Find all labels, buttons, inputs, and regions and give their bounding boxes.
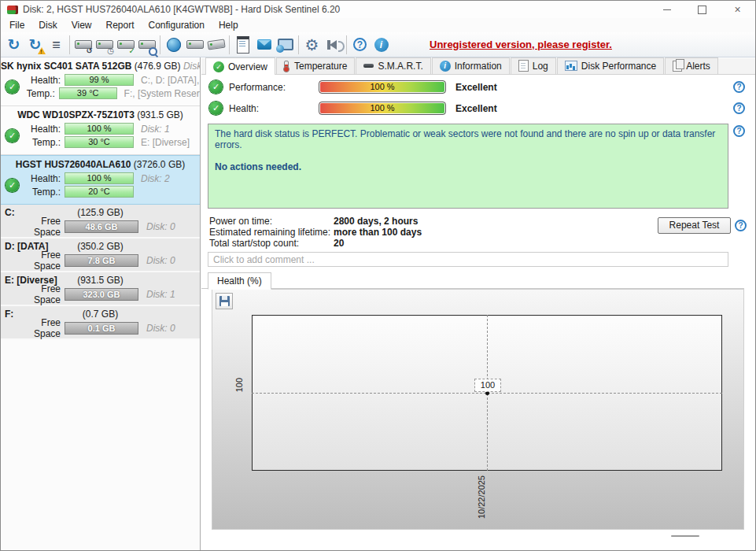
disk-number: Disk: 2 [141, 173, 170, 184]
log-icon [518, 60, 529, 72]
disk-sidebar: SK hynix SC401 SATA 512GB (476.9 GB) Dis… [1, 57, 201, 550]
disk-name: HGST HUS726040ALA610 [16, 159, 131, 170]
disk-number: Disk: 1 [146, 289, 175, 300]
temp-bar: 30 °C [65, 136, 134, 148]
remaining-lifetime-label: Estimated remaining lifetime: [209, 227, 330, 238]
magnifier-icon [149, 47, 157, 56]
health-bar: 100 % [65, 172, 134, 184]
title-bar: Disk: 2, HGST HUS726040ALA610 [K4GWTW8B]… [1, 1, 755, 18]
undo-icon: ↺ [87, 47, 93, 55]
health-label: Health: [229, 103, 301, 114]
tab-smart[interactable]: S.M.A.R.T. [356, 57, 430, 74]
disk-test-button[interactable] [136, 34, 157, 55]
save-chart-button[interactable] [216, 293, 233, 309]
help-icon: ? [733, 102, 745, 114]
disk-number: Disk: 0 [146, 255, 175, 266]
thermometer-icon [284, 61, 289, 71]
disk-number: Disk: 0 [183, 61, 200, 72]
network-icon [278, 39, 293, 50]
tab-log[interactable]: Log [511, 57, 556, 74]
partition-entry-d[interactable]: D: [DATA](350.2 GB) Free Space 7.8 GB Di… [1, 239, 200, 272]
removable-disk-button[interactable] [184, 34, 205, 55]
disk-volumes: F:, [System Reserved [124, 88, 200, 99]
toolbar-separator [69, 35, 70, 54]
health-bar: 99 % [65, 74, 134, 86]
toolbar-separator [160, 35, 160, 54]
disk-entry-2-selected[interactable]: HGST HUS726040ALA610 (3726.0 GB) ✓ Healt… [1, 155, 200, 205]
details-icon: ≡ [52, 38, 61, 52]
disk-entry-1[interactable]: WDC WD10SPZX-75Z10T3 (931.5 GB) ✓ Health… [1, 106, 200, 155]
disk-size: (931.5 GB) [137, 109, 183, 120]
tab-information[interactable]: iInformation [432, 57, 510, 74]
health-help[interactable]: ? [733, 102, 745, 114]
close-button[interactable]: × [720, 1, 755, 18]
disk-schedule-button[interactable]: ◷ [94, 34, 115, 55]
online-update-button[interactable] [163, 34, 184, 55]
free-space-label: Free Space [17, 317, 61, 339]
help-button[interactable]: ? [349, 34, 371, 55]
info-button[interactable]: i [371, 34, 392, 55]
globe-icon [167, 38, 181, 52]
disk-status-ok-button[interactable]: ✓ [115, 34, 136, 55]
performance-bar: 100 % [319, 80, 446, 94]
performance-help[interactable]: ? [733, 81, 745, 93]
disk-rescan-button[interactable]: ↺ [72, 34, 94, 55]
menu-report[interactable]: Report [98, 18, 141, 32]
partition-entry-c[interactable]: C:(125.9 GB) Free Space 48.6 GB Disk: 0 [1, 205, 200, 239]
report-button[interactable] [232, 34, 253, 55]
health-label: Health: [26, 75, 61, 86]
health-bar: 100 % [65, 123, 134, 135]
partition-entry-e[interactable]: E: [Diverse](931.5 GB) Free Space 323.0 … [1, 272, 200, 306]
disk-number: Disk: 0 [146, 323, 175, 334]
minimize-button[interactable] [649, 1, 684, 18]
remaining-lifetime-value: more than 100 days [334, 227, 422, 238]
chart-x-axis-tick: 10/22/2025 [477, 475, 486, 519]
disk-details-button[interactable]: ≡ [46, 34, 67, 55]
network-button[interactable] [275, 34, 296, 55]
tab-disk-performance[interactable]: Disk Performance [557, 57, 664, 74]
sounds-button[interactable] [323, 34, 344, 55]
tab-overview[interactable]: ✓Overview [205, 57, 275, 75]
refresh-warning-button[interactable]: ↻ [24, 34, 46, 55]
partition-size: (125.9 GB) [1, 207, 200, 218]
hardware-button[interactable] [205, 34, 227, 55]
menu-file[interactable]: File [2, 18, 31, 32]
disk-entry-0[interactable]: SK hynix SC401 SATA 512GB (476.9 GB) Dis… [1, 57, 200, 106]
menu-view[interactable]: View [65, 18, 99, 32]
disk-size: (476.9 GB) [135, 61, 181, 72]
tab-alerts[interactable]: Alerts [665, 57, 718, 74]
temp-label: Temp.: [26, 187, 61, 198]
disk-size: (3726.0 GB) [134, 159, 185, 170]
tab-temperature[interactable]: Temperature [276, 57, 355, 74]
send-mail-button[interactable] [253, 34, 275, 55]
partition-entry-f[interactable]: F:(0.7 GB) Free Space 0.1 GB Disk: 0 [1, 306, 200, 340]
menu-help[interactable]: Help [212, 18, 245, 32]
maximize-button[interactable] [684, 1, 720, 18]
info-icon: i [440, 61, 451, 72]
disk-name: WDC WD10SPZX-75Z10T3 [17, 109, 135, 120]
speaker-icon [330, 40, 337, 50]
tab-strip: ✓Overview Temperature S.M.A.R.T. iInform… [201, 58, 755, 75]
free-space-bar: 0.1 GB [65, 322, 138, 335]
unregistered-link[interactable]: Unregistered version, please register. [430, 39, 612, 50]
free-space-label: Free Space [17, 283, 61, 305]
menu-configuration[interactable]: Configuration [142, 18, 212, 32]
refresh-icon: ↻ [8, 37, 20, 52]
status-help[interactable]: ? [733, 125, 745, 137]
power-on-time-value: 2800 days, 2 hours [334, 216, 418, 227]
disk-volumes: C:, D: [DATA], [141, 75, 199, 86]
minimize-icon [663, 9, 671, 10]
comment-input[interactable] [208, 252, 728, 267]
temp-label: Temp.: [26, 137, 61, 148]
free-space-label: Free Space [17, 216, 61, 238]
refresh-button[interactable]: ↻ [3, 34, 24, 55]
tab-health-percent[interactable]: Health (%) [208, 272, 271, 290]
repeat-test-help[interactable]: ? [735, 220, 747, 231]
repeat-test-button[interactable]: Repeat Test [658, 217, 731, 234]
performance-rating: Excellent [455, 82, 497, 93]
splitter-grip[interactable] [671, 535, 699, 537]
temp-bar: 20 °C [65, 186, 134, 198]
menu-disk[interactable]: Disk [31, 18, 64, 32]
close-icon: × [734, 4, 740, 15]
settings-button[interactable]: ⚙ [301, 34, 323, 55]
